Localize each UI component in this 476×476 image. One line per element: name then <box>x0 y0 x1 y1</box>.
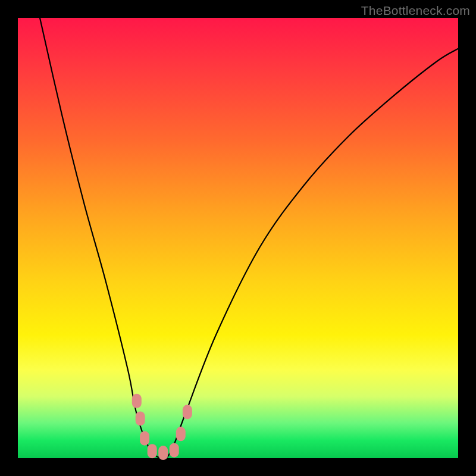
chart-frame: TheBottleneck.com <box>0 0 476 476</box>
marker-bottom-a <box>148 444 157 458</box>
plot-area <box>18 18 458 458</box>
bottleneck-curve <box>40 18 458 458</box>
marker-right-low <box>176 427 186 441</box>
curve-svg <box>18 18 458 458</box>
marker-left-low <box>140 431 149 446</box>
marker-right-upper <box>183 405 192 419</box>
marker-left-mid <box>136 411 145 425</box>
marker-left-upper <box>132 394 142 408</box>
watermark-text: TheBottleneck.com <box>361 4 470 18</box>
marker-bottom-c <box>170 443 179 458</box>
marker-bottom-b <box>158 446 168 460</box>
